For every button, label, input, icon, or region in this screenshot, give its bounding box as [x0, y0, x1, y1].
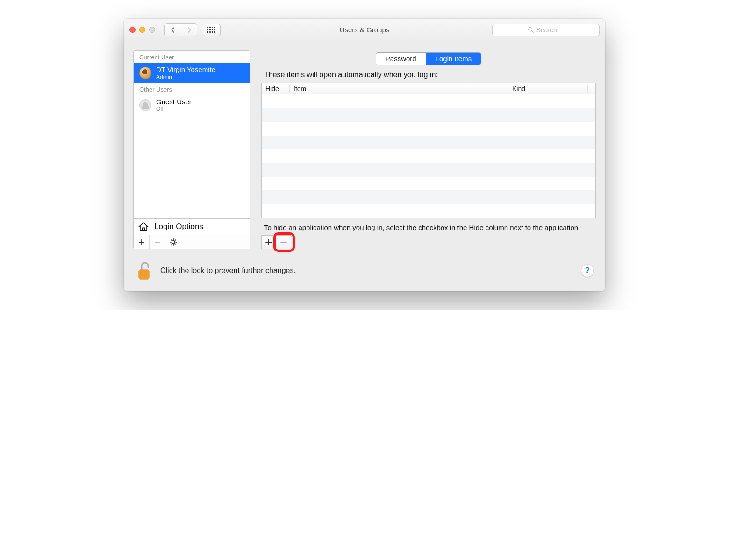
user-meta: DT Virgin Yosemite Admin: [156, 66, 215, 80]
table-row: [262, 149, 595, 163]
login-options-row[interactable]: Login Options: [134, 218, 250, 235]
tab-bar: Password Login Items: [261, 50, 596, 71]
column-hide[interactable]: Hide: [262, 85, 290, 93]
other-users-section-label: Other Users: [134, 83, 250, 95]
svg-line-10: [171, 244, 172, 244]
content-area: Current User DT Virgin Yosemite Admin Ot…: [124, 41, 605, 256]
remove-user-button[interactable]: [150, 235, 165, 249]
svg-line-1: [531, 31, 533, 32]
forward-button[interactable]: [181, 24, 197, 36]
table-row: [262, 136, 595, 149]
search-input[interactable]: [536, 26, 565, 34]
user-row-guest[interactable]: Guest User Off: [134, 95, 250, 115]
tab-password[interactable]: Password: [376, 53, 426, 65]
user-row-current[interactable]: DT Virgin Yosemite Admin: [134, 63, 250, 83]
login-options-label: Login Options: [154, 222, 203, 231]
user-list: Current User DT Virgin Yosemite Admin Ot…: [134, 51, 250, 218]
minus-icon: [280, 238, 287, 246]
search-field[interactable]: [492, 24, 600, 36]
table-row: [262, 190, 595, 204]
svg-line-9: [175, 240, 176, 241]
titlebar: Users & Groups: [124, 19, 605, 41]
table-body[interactable]: [262, 94, 595, 218]
help-button[interactable]: ?: [581, 264, 594, 277]
sidebar-toolbar: [134, 235, 250, 249]
user-role: Off: [156, 106, 192, 112]
login-items-table: Hide Item Kind: [261, 83, 596, 218]
tab-login-items[interactable]: Login Items: [426, 53, 481, 65]
footer: Click the lock to prevent further change…: [124, 256, 605, 291]
lock-icon[interactable]: [135, 260, 153, 281]
show-all-button[interactable]: [202, 24, 221, 36]
home-icon: [137, 222, 150, 232]
user-actions-button[interactable]: [165, 235, 181, 249]
plus-icon: [265, 238, 272, 246]
plus-icon: [138, 239, 145, 245]
minimize-window-button[interactable]: [139, 27, 145, 33]
tab-segmented-control: Password Login Items: [376, 52, 481, 65]
hide-hint-text: To hide an application when you log in, …: [261, 223, 596, 232]
svg-rect-11: [139, 270, 149, 279]
close-window-button[interactable]: [129, 27, 136, 33]
zoom-window-button[interactable]: [149, 27, 155, 33]
table-header: Hide Item Kind: [262, 83, 595, 94]
table-row: [262, 204, 595, 218]
column-kind[interactable]: Kind: [508, 85, 588, 93]
table-row: [262, 108, 595, 122]
user-name: DT Virgin Yosemite: [156, 66, 215, 74]
user-role: Admin: [156, 74, 215, 80]
gear-icon: [170, 238, 177, 246]
users-sidebar: Current User DT Virgin Yosemite Admin Ot…: [133, 50, 250, 249]
lock-hint-text: Click the lock to prevent further change…: [160, 266, 296, 275]
add-user-button[interactable]: [134, 235, 150, 249]
add-login-item-button[interactable]: [261, 235, 276, 249]
preferences-window: Users & Groups Current User DT Virgin Yo…: [124, 19, 605, 291]
grid-icon: [207, 27, 215, 33]
table-row: [262, 94, 595, 108]
main-panel: Password Login Items These items will op…: [261, 50, 596, 249]
current-user-section-label: Current User: [134, 51, 250, 63]
nav-segment: [164, 23, 197, 36]
back-button[interactable]: [165, 24, 181, 36]
table-row: [262, 122, 595, 136]
svg-line-8: [175, 244, 176, 244]
minus-icon: [154, 239, 161, 245]
table-row: [262, 177, 595, 190]
column-item[interactable]: Item: [290, 85, 508, 93]
search-icon: [528, 27, 534, 33]
window-controls: [129, 27, 155, 33]
login-items-toolbar: [261, 235, 291, 249]
login-items-intro: These items will open automatically when…: [261, 71, 596, 83]
avatar-icon: [139, 67, 151, 79]
svg-point-2: [172, 241, 175, 244]
table-row: [262, 163, 595, 177]
remove-login-item-button[interactable]: [276, 235, 291, 249]
avatar-icon: [139, 99, 151, 111]
user-meta: Guest User Off: [156, 98, 192, 113]
svg-line-7: [171, 240, 172, 241]
user-name: Guest User: [156, 98, 192, 106]
